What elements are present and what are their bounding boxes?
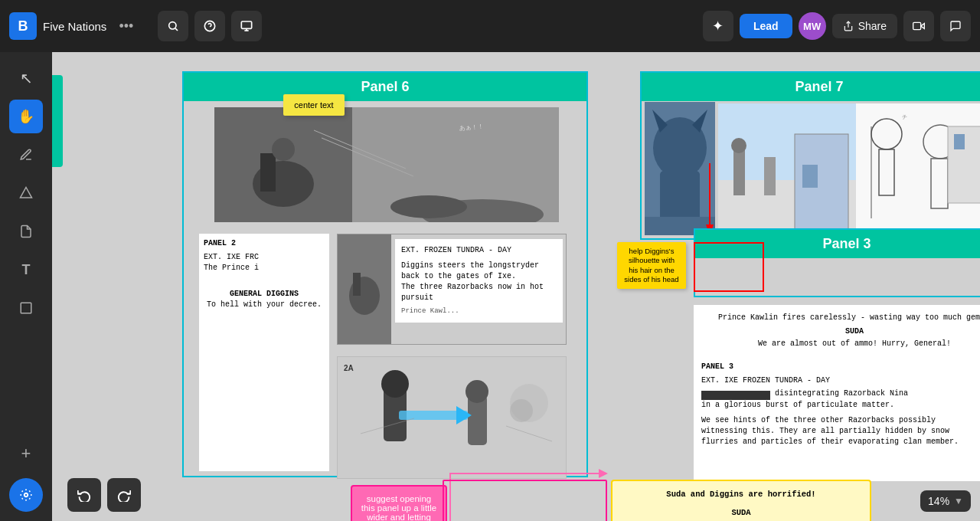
bottom-nav	[67, 478, 141, 512]
svg-rect-9	[913, 22, 921, 29]
panel-6-storyboard-image: あぁ！！	[214, 107, 559, 222]
add-button[interactable]: +	[9, 437, 43, 470]
help-button[interactable]	[194, 11, 225, 41]
svg-point-0	[169, 22, 176, 29]
shape-tool-button[interactable]	[9, 176, 43, 210]
right-toolbar: ✦ Lead MW Share	[703, 11, 971, 41]
share-button[interactable]: Share	[832, 14, 897, 38]
svg-rect-56	[954, 134, 965, 149]
svg-point-12	[24, 493, 28, 497]
svg-point-23	[390, 195, 467, 218]
right-script-area: Prince Kawlin fires carelessly - wasting…	[694, 305, 980, 481]
pink-annotation-box: suggest opening this panel up a little w…	[351, 485, 447, 521]
svg-text:2A: 2A	[344, 364, 354, 372]
present-button[interactable]	[231, 11, 262, 41]
svg-point-39	[510, 399, 533, 422]
lead-button[interactable]: Lead	[740, 14, 792, 38]
more-options-button[interactable]: •••	[113, 15, 139, 38]
zoom-value: 14%	[928, 495, 949, 507]
zoom-dropdown-arrow[interactable]: ▼	[954, 496, 963, 506]
svg-point-19	[272, 138, 295, 161]
svg-line-1	[175, 28, 178, 31]
cursor-tool-button[interactable]: ↖	[9, 61, 43, 95]
svg-point-44	[731, 138, 746, 153]
chat-button[interactable]	[940, 11, 971, 41]
red-border-overlay	[694, 242, 764, 292]
app-logo: B	[9, 12, 37, 40]
user-avatar[interactable]: MW	[799, 12, 826, 40]
svg-rect-47	[802, 165, 818, 188]
panel-6-action-sketch: 2A	[337, 356, 567, 479]
svg-rect-18	[260, 153, 276, 192]
search-button[interactable]	[158, 11, 188, 41]
pen-tool-button[interactable]	[9, 138, 43, 172]
panel-6-header: Panel 6	[184, 73, 586, 101]
panel-7-image-area: チ	[718, 102, 980, 235]
svg-marker-8	[921, 24, 925, 29]
yellow-dialogue-box: Suda and Diggins are horrified! SUDA No!…	[611, 480, 871, 521]
frame-tool-button[interactable]	[9, 291, 43, 325]
text-tool-button[interactable]: T	[9, 253, 43, 287]
sticky-tool-button[interactable]	[9, 215, 43, 248]
panel-6-container: Panel 6 center text	[182, 71, 588, 477]
svg-point-33	[466, 380, 488, 403]
panel-2-script-left: PANEL 2 EXT. IXE FRC The Prince i GENERA…	[199, 234, 329, 471]
svg-rect-27	[353, 273, 361, 296]
plugin-button[interactable]	[9, 478, 43, 512]
pink-border-overlay	[443, 480, 607, 521]
panel-3-note: help Diggins's silhouette with his hair …	[617, 242, 686, 289]
left-sidebar: ↖ ✋ T +	[0, 52, 52, 521]
svg-marker-10	[21, 188, 32, 198]
ai-button[interactable]: ✦	[703, 11, 733, 41]
toolbar: B Five Nations ••• ✦ Lead MW Share	[0, 0, 980, 52]
svg-rect-11	[21, 303, 31, 313]
panel-7-left-image	[645, 102, 715, 235]
share-label: Share	[858, 20, 887, 32]
undo-button[interactable]	[67, 478, 101, 512]
redo-button[interactable]	[107, 478, 141, 512]
panel-6-sticky: center text	[283, 94, 345, 116]
video-button[interactable]	[903, 11, 934, 41]
canvas[interactable]: Panel 6 center text	[52, 52, 980, 521]
hand-tool-button[interactable]: ✋	[9, 100, 43, 133]
teal-accent-bar	[52, 75, 63, 167]
panel-7-header: Panel 7	[642, 73, 980, 101]
zoom-control[interactable]: 14% ▼	[920, 490, 971, 512]
project-title: Five Nations	[43, 20, 106, 33]
svg-point-31	[381, 370, 409, 398]
panel-7-container: Panel 7	[640, 71, 980, 240]
svg-rect-4	[242, 21, 252, 28]
svg-rect-43	[733, 149, 745, 195]
panel-6-lower-sketch: EXT. FROZEN TUNDRA - DAY Diggins steers …	[337, 234, 567, 345]
svg-text:チ: チ	[902, 114, 907, 120]
svg-rect-45	[764, 157, 776, 195]
